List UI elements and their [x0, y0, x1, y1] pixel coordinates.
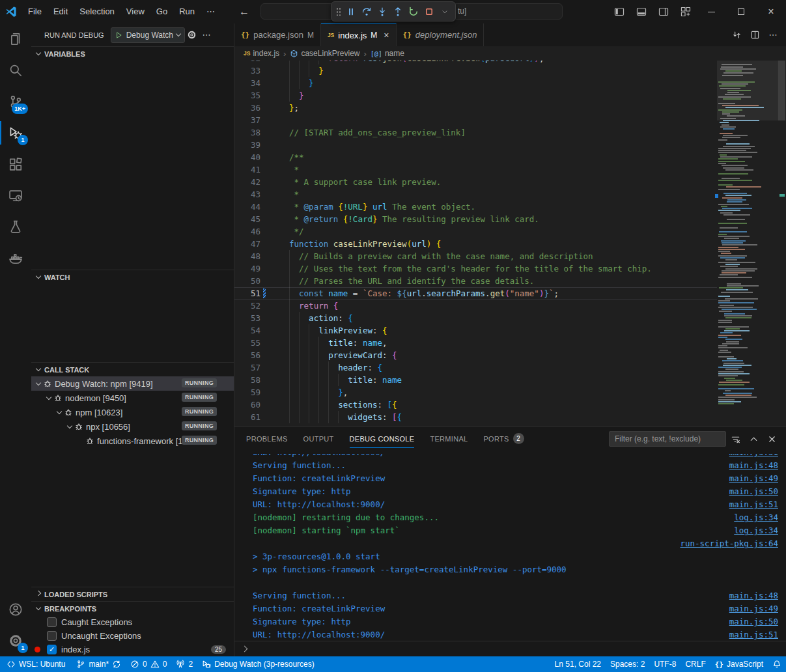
line-number[interactable]: 61 — [234, 411, 260, 423]
code-line-47[interactable]: 47function caseLinkPreview(url) { — [234, 238, 717, 250]
minimize-button[interactable] — [696, 0, 726, 23]
line-number[interactable]: 48 — [234, 250, 260, 262]
console-input[interactable] — [234, 641, 786, 656]
console-source-link[interactable]: main.js:49 — [729, 472, 778, 485]
ports-status[interactable]: 2 — [171, 656, 197, 672]
close-button[interactable]: × — [756, 0, 786, 23]
console-source-link[interactable]: log.js:34 — [734, 524, 778, 537]
eol[interactable]: CRLF — [681, 656, 710, 672]
code-line-46[interactable]: 46 */ — [234, 225, 717, 238]
code-line-55[interactable]: 55 title: name, — [234, 337, 717, 349]
stop-button[interactable] — [421, 3, 437, 20]
line-number[interactable]: 49 — [234, 262, 260, 275]
cursor-position[interactable]: Ln 51, Col 22 — [550, 656, 606, 672]
panel-tab-ports[interactable]: PORTS2 — [483, 427, 524, 450]
line-number[interactable]: 59 — [234, 386, 260, 399]
activity-search[interactable] — [0, 55, 31, 86]
line-number[interactable]: 47 — [234, 238, 260, 250]
clear-filter-icon[interactable] — [727, 431, 743, 447]
menu-view[interactable]: View — [120, 3, 150, 20]
more-actions-icon[interactable]: ⋯ — [765, 27, 781, 43]
line-number[interactable]: 34 — [234, 77, 260, 89]
activity-settings[interactable]: 1 — [0, 625, 31, 656]
panel-tab-problems[interactable]: PROBLEMS — [246, 427, 288, 450]
code-line-38[interactable]: 38// [START add_ons_case_preview_link] — [234, 126, 717, 139]
menu-edit[interactable]: Edit — [48, 3, 74, 20]
debug-settings-gear-icon[interactable] — [185, 28, 199, 42]
stop-dropdown-button[interactable] — [437, 3, 453, 20]
line-number[interactable]: 58 — [234, 374, 260, 386]
code-line-36[interactable]: 36}; — [234, 102, 717, 114]
panel-tab-terminal[interactable]: TERMINAL — [430, 427, 468, 450]
code-line-43[interactable]: 43 * — [234, 188, 717, 201]
panel-tab-debug-console[interactable]: DEBUG CONSOLE — [350, 427, 415, 450]
callstack-session[interactable]: nodemon [9450]RUNNING — [31, 391, 234, 405]
line-number[interactable]: 33 — [234, 64, 260, 77]
toggle-secondary-sidebar-icon[interactable] — [654, 3, 673, 20]
code-line-58[interactable]: 58 title: name — [234, 374, 717, 386]
tab-index-js[interactable]: JSindex.jsM× — [321, 23, 397, 46]
breakpoint-checkbox[interactable] — [47, 631, 57, 641]
console-source-link[interactable]: main.js:48 — [729, 459, 778, 472]
callstack-session[interactable]: functions-framework [106...RUNNING — [31, 434, 234, 448]
console-source-link[interactable]: run-script-pkg.js:64 — [680, 537, 778, 550]
line-number[interactable]: 35 — [234, 89, 260, 102]
sidebar-more-actions-icon[interactable]: ⋯ — [199, 28, 214, 42]
console-source-link[interactable]: main.js:50 — [729, 615, 778, 628]
code-line-41[interactable]: 41 * — [234, 163, 717, 176]
console-source-link[interactable]: log.js:34 — [734, 511, 778, 524]
split-editor-icon[interactable] — [747, 27, 763, 43]
code-line-39[interactable]: 39 — [234, 139, 717, 151]
remote-indicator[interactable]: WSL: Ubuntu — [0, 656, 72, 672]
console-source-link[interactable]: main.js:50 — [729, 485, 778, 498]
line-number[interactable]: 54 — [234, 324, 260, 337]
line-number[interactable]: 41 — [234, 163, 260, 176]
callstack-session[interactable]: npx [10656]RUNNING — [31, 419, 234, 434]
step-over-button[interactable] — [359, 3, 374, 20]
open-changes-icon[interactable] — [729, 27, 744, 43]
breakpoint-row[interactable]: Caught Exceptions — [31, 615, 234, 629]
code-line-34[interactable]: 34 } — [234, 77, 717, 89]
close-icon[interactable]: × — [384, 30, 389, 40]
code-line-51[interactable]: 51 const name = `Case: ${url.searchParam… — [234, 287, 717, 300]
line-number[interactable]: 46 — [234, 225, 260, 238]
breakpoint-row[interactable]: ✓index.js25 — [31, 643, 234, 656]
customize-layout-icon[interactable] — [677, 3, 695, 20]
line-number[interactable]: 57 — [234, 361, 260, 374]
code-line-33[interactable]: 33 } — [234, 64, 717, 77]
step-into-button[interactable] — [374, 3, 390, 20]
breakpoints-section-header[interactable]: BREAKPOINTS — [31, 601, 234, 615]
code-line-52[interactable]: 52 return { — [234, 300, 717, 312]
line-number[interactable]: 45 — [234, 213, 260, 225]
console-source-link[interactable]: main.js:51 — [729, 498, 778, 511]
minimap-slider[interactable] — [717, 61, 777, 120]
breadcrumb-item-index.js[interactable]: JSindex.js — [244, 49, 279, 58]
menu-run[interactable]: Run — [173, 3, 201, 20]
line-number[interactable]: 51 — [234, 287, 260, 300]
console-filter-input[interactable] — [609, 431, 726, 447]
line-number[interactable]: 37 — [234, 114, 260, 126]
code-line-61[interactable]: 61 widgets: [{ — [234, 411, 717, 423]
code-line-35[interactable]: 35 } — [234, 89, 717, 102]
code-line-60[interactable]: 60 sections: [{ — [234, 399, 717, 411]
activity-explorer[interactable] — [0, 23, 31, 55]
drag-handle-icon[interactable] — [336, 7, 341, 16]
tab-package-json[interactable]: {}package.jsonM — [234, 23, 321, 46]
code-line-44[interactable]: 44 * @param {!URL} url The event object. — [234, 201, 717, 213]
code-line-40[interactable]: 40/** — [234, 151, 717, 163]
activity-testing[interactable] — [0, 211, 31, 242]
problems-status[interactable]: 00 — [126, 656, 171, 672]
menu-file[interactable]: File — [22, 3, 48, 20]
code-line-42[interactable]: 42 * A support case link preview. — [234, 176, 717, 188]
code-line-59[interactable]: 59 }, — [234, 386, 717, 399]
line-number[interactable]: 39 — [234, 139, 260, 151]
console-source-link[interactable]: main.js:49 — [729, 602, 778, 615]
indentation[interactable]: Spaces: 2 — [606, 656, 649, 672]
code-line-48[interactable]: 48 // Builds a preview card with the cas… — [234, 250, 717, 262]
code-line-49[interactable]: 49 // Uses the text from the card's head… — [234, 262, 717, 275]
scrollbar-thumb[interactable] — [778, 61, 785, 120]
line-number[interactable]: 44 — [234, 201, 260, 213]
encoding[interactable]: UTF-8 — [649, 656, 681, 672]
back-icon[interactable]: ← — [239, 6, 249, 18]
toggle-panel-icon[interactable] — [632, 3, 651, 20]
